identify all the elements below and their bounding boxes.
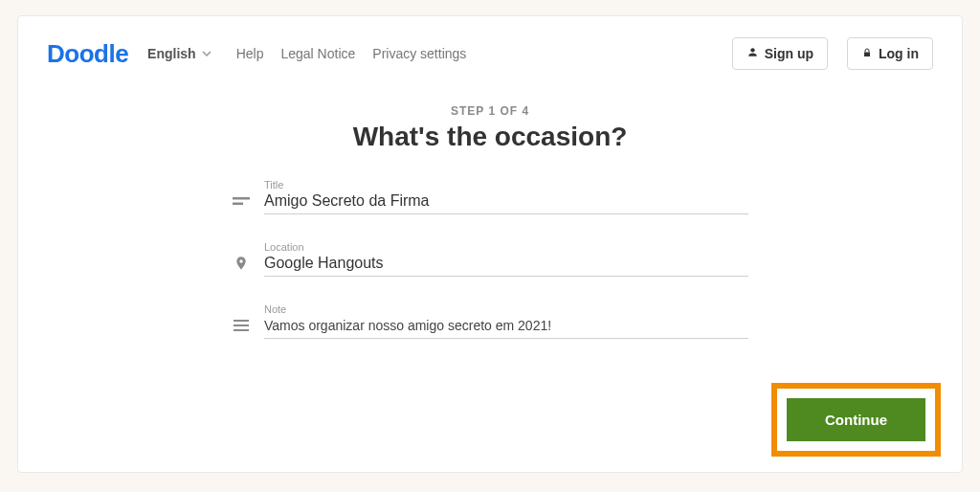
svg-rect-5 xyxy=(234,320,249,322)
title-input[interactable] xyxy=(264,192,748,210)
nav-help[interactable]: Help xyxy=(236,46,264,61)
svg-rect-3 xyxy=(233,203,243,206)
location-input[interactable] xyxy=(264,255,748,272)
step-indicator: STEP 1 OF 4 xyxy=(47,104,933,118)
svg-point-4 xyxy=(239,259,242,262)
location-label: Location xyxy=(264,241,748,253)
language-selector[interactable]: English xyxy=(147,46,212,61)
chevron-down-icon xyxy=(202,46,212,61)
note-input[interactable] xyxy=(264,318,748,333)
note-label: Note xyxy=(264,303,748,315)
nav-legal-notice[interactable]: Legal Notice xyxy=(280,46,355,61)
svg-rect-7 xyxy=(234,329,249,331)
nav-privacy-settings[interactable]: Privacy settings xyxy=(372,46,466,61)
login-label: Log in xyxy=(879,46,919,61)
lock-icon xyxy=(861,46,873,61)
title-label: Title xyxy=(264,179,748,190)
page-title: What's the occasion? xyxy=(47,122,933,152)
login-button[interactable]: Log in xyxy=(847,37,933,70)
signup-label: Sign up xyxy=(765,46,813,61)
continue-button[interactable]: Continue xyxy=(787,398,925,441)
signup-button[interactable]: Sign up xyxy=(732,37,828,70)
svg-rect-2 xyxy=(233,197,250,200)
user-icon xyxy=(746,46,759,61)
location-pin-icon xyxy=(232,254,251,273)
language-label: English xyxy=(147,46,196,61)
svg-rect-1 xyxy=(864,53,870,57)
svg-point-0 xyxy=(750,48,754,52)
note-icon xyxy=(232,316,251,335)
svg-rect-6 xyxy=(234,324,249,326)
continue-highlight: Continue xyxy=(771,383,941,457)
doodle-logo: Doodle xyxy=(47,39,128,69)
title-icon xyxy=(232,191,251,211)
